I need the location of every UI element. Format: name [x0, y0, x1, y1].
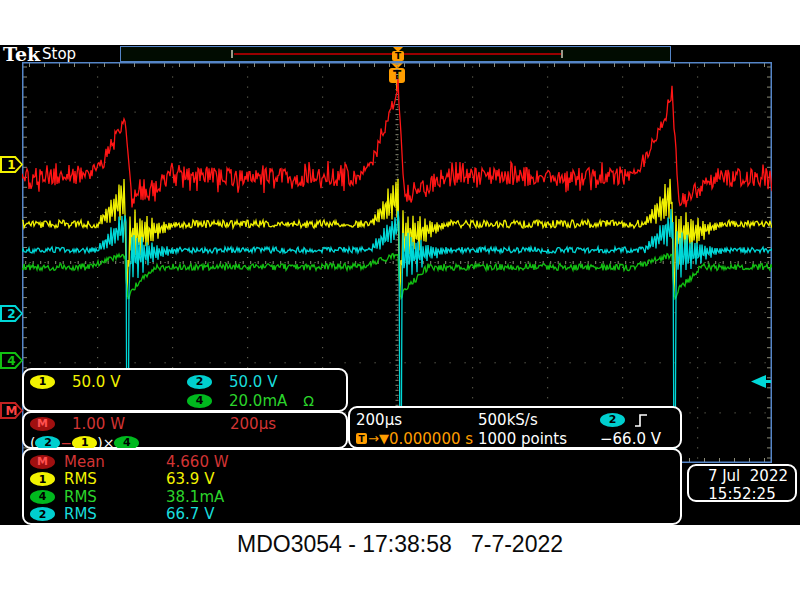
measurements-box[interactable]: M Mean 4.660 W 1 RMS 63.9 V 4 RMS 38.1mA…: [22, 448, 682, 525]
measurement-row-ch4: 4 RMS 38.1mA: [30, 488, 674, 506]
time-value: 15:52:25: [696, 485, 788, 503]
ch4-scale-cell: 4 20.0mA Ω: [187, 392, 314, 410]
meas-math-badge: M: [30, 455, 55, 469]
channel-1-marker-label: 1: [7, 158, 15, 172]
ch1-scale-cell: 1 50.0 V: [30, 373, 187, 391]
channel-4-badge: 4: [187, 394, 212, 408]
record-bracket-left: [231, 50, 233, 58]
channel-2-position-marker[interactable]: 2: [0, 305, 23, 322]
meas-ch4-badge: 4: [30, 490, 55, 504]
channel-2-badge: 2: [187, 375, 212, 389]
channel-scale-readout-box[interactable]: 1 50.0 V 2 50.0 V 4 20.0mA Ω: [22, 368, 348, 412]
math-position-marker[interactable]: M: [0, 402, 23, 419]
trigger-t-icon: T: [392, 51, 404, 61]
trigger-delay-value: 0.000000 s: [389, 430, 473, 448]
date-value: 7 Jul 2022: [696, 467, 788, 485]
measurement-row-ch2: 2 RMS 66.7 V: [30, 506, 674, 524]
trigger-source-badge: 2: [600, 413, 625, 427]
trigger-level-arrow-tail: [764, 380, 771, 383]
record-bracket-right: [561, 50, 563, 58]
trigger-slope-rising-icon: [633, 412, 651, 428]
acquisition-preview-bar[interactable]: T: [120, 46, 671, 62]
channel-4-position-marker[interactable]: 4: [0, 352, 23, 369]
math-time-scale: 200µs: [230, 415, 276, 433]
meas-ch1-badge: 1: [30, 472, 55, 486]
ch2-scale-value: 50.0 V: [229, 373, 277, 391]
measurement-row-math: M Mean 4.660 W: [30, 453, 674, 471]
ch4-ohm-symbol: Ω: [303, 393, 314, 409]
screenshot-caption: MDO3054 - 17:38:58 7-7-2022: [0, 531, 800, 558]
meas-ch2-value: 66.7 V: [166, 505, 214, 523]
waveform-math-2-1-4: [22, 79, 772, 208]
record-length: 1000 points: [478, 430, 600, 448]
meas-ch4-name: RMS: [64, 488, 166, 506]
math-marker-label: M: [6, 404, 18, 418]
math-readout-box[interactable]: M 1.00 W 200µs ( 2 − 1 )× 4: [22, 411, 348, 449]
ch2-scale-cell: 2 50.0 V: [187, 373, 277, 391]
trigger-delay-arrow-icon: →▼: [368, 431, 389, 446]
meas-math-name: Mean: [64, 453, 166, 471]
ch1-scale-value: 50.0 V: [72, 373, 120, 391]
sample-rate: 500kS/s: [478, 411, 600, 429]
channel-4-marker-label: 4: [7, 354, 15, 368]
meas-ch2-badge: 2: [30, 507, 55, 521]
measurement-row-ch1: 1 RMS 63.9 V: [30, 471, 674, 489]
trigger-delay-t-icon: T: [356, 433, 367, 444]
channel-1-position-marker[interactable]: 1: [0, 156, 23, 173]
meas-ch4-value: 38.1mA: [166, 488, 224, 506]
acquisition-status: Stop: [42, 45, 76, 63]
meas-ch1-value: 63.9 V: [166, 470, 214, 488]
channel-2-marker-label: 2: [7, 307, 15, 321]
math-badge: M: [30, 417, 55, 431]
horizontal-trigger-readout-box[interactable]: 200µs 500kS/s 2 T →▼ 0.000000 s 1000 poi…: [348, 406, 682, 449]
math-scale-value: 1.00 W: [72, 415, 202, 433]
trigger-delay-cell: T →▼ 0.000000 s: [356, 430, 478, 448]
meas-ch1-name: RMS: [64, 470, 166, 488]
page: { "scope": { "brand": "Tek", "status": "…: [0, 0, 800, 600]
ch4-scale-value: 20.0mA: [229, 392, 287, 410]
meas-math-value: 4.660 W: [166, 453, 229, 471]
datetime-box[interactable]: 7 Jul 2022 15:52:25: [687, 464, 797, 502]
trigger-level-value: −66.0 V: [600, 430, 661, 448]
horizontal-scale: 200µs: [356, 411, 478, 429]
meas-ch2-name: RMS: [64, 505, 166, 523]
channel-1-badge: 1: [30, 375, 55, 389]
oscilloscope-screen: Tek Stop T T 1 2 4 M 1 50.0 V 2 50.0 V: [0, 45, 800, 525]
